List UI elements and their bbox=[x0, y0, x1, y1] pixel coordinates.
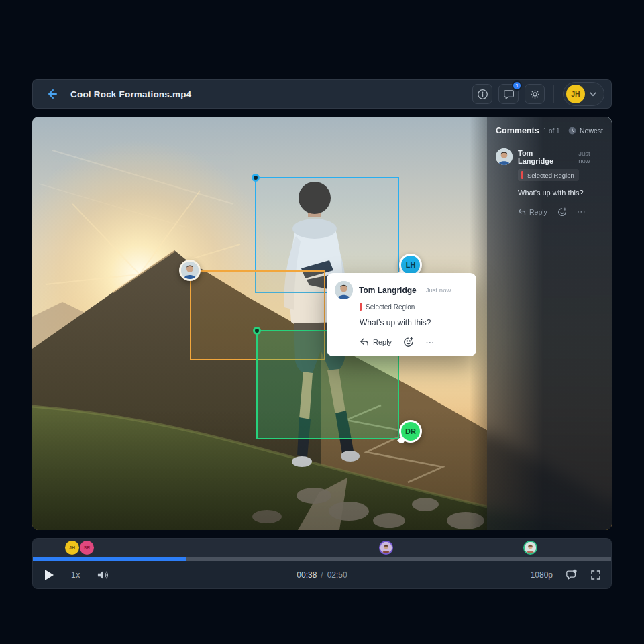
comments-count: 1 of 1 bbox=[543, 127, 560, 135]
play-button[interactable] bbox=[43, 569, 55, 581]
quality-button[interactable]: 1080p bbox=[531, 570, 553, 580]
reply-arrow-icon bbox=[360, 338, 369, 346]
timeline-marker-photo-purple[interactable] bbox=[379, 541, 393, 555]
popup-actions: Reply ⋯ bbox=[360, 337, 468, 347]
comment-timestamp: Just now bbox=[578, 150, 603, 164]
sort-newest-button[interactable]: Newest bbox=[568, 127, 603, 135]
reply-arrow-icon bbox=[518, 208, 526, 215]
settings-button[interactable] bbox=[525, 84, 545, 104]
reply-button[interactable]: Reply bbox=[518, 208, 547, 216]
duration: 02:50 bbox=[327, 570, 347, 580]
gear-icon bbox=[529, 89, 541, 100]
comment-timeline[interactable]: SR JH bbox=[33, 539, 611, 557]
add-reaction-icon bbox=[403, 337, 414, 347]
more-options-button[interactable]: ⋯ bbox=[425, 337, 435, 347]
back-arrow-icon bbox=[46, 87, 59, 101]
play-icon bbox=[45, 570, 54, 580]
sort-label: Newest bbox=[580, 127, 603, 135]
comment-bubble-icon bbox=[503, 89, 515, 100]
avatar-photo bbox=[181, 262, 199, 279]
player-bar: SR JH 1x 00:38 / 02:50 1080p bbox=[32, 538, 612, 589]
player-controls-right: 1080p bbox=[531, 569, 601, 580]
comments-sidebar: Comments 1 of 1 Newest Tom Langridge Jus… bbox=[487, 117, 612, 530]
sort-clock-icon bbox=[568, 127, 576, 135]
popup-tag-label: Selected Region bbox=[366, 303, 415, 311]
selected-region-marker bbox=[521, 171, 523, 179]
comment-pin-author-avatar[interactable] bbox=[179, 260, 201, 281]
add-reaction-button[interactable] bbox=[557, 207, 567, 217]
video-stage[interactable]: LH DR Tom Langridge Just now Selected Re… bbox=[32, 117, 612, 530]
comments-count-badge: 1 bbox=[512, 80, 522, 91]
add-reaction-button[interactable] bbox=[403, 337, 414, 347]
comment-overlay-icon bbox=[566, 569, 578, 580]
popup-author-avatar bbox=[335, 281, 353, 299]
comment-actions: Reply ⋯ bbox=[518, 207, 603, 217]
comment-popup: Tom Langridge Just now Selected Region W… bbox=[327, 273, 476, 356]
annotation-handle[interactable] bbox=[252, 174, 260, 182]
volume-button[interactable] bbox=[97, 570, 109, 580]
speaker-icon bbox=[97, 570, 109, 580]
time-display: 00:38 / 02:50 bbox=[297, 570, 347, 580]
avatar-photo bbox=[380, 542, 392, 553]
timeline-marker-jh[interactable]: JH bbox=[65, 541, 79, 555]
timeline-marker-sr[interactable]: SR bbox=[80, 541, 94, 555]
comment-tag-label: Selected Region bbox=[527, 172, 574, 179]
sidebar-header: Comments 1 of 1 Newest bbox=[496, 126, 603, 136]
comment-author-name: Tom Langridge bbox=[518, 149, 570, 165]
playback-speed-button[interactable]: 1x bbox=[71, 570, 80, 580]
chevron-down-icon bbox=[590, 92, 596, 97]
comment-tag-row: Selected Region bbox=[518, 169, 579, 181]
user-avatar: JH bbox=[566, 85, 585, 103]
popup-author-name: Tom Langridge bbox=[359, 286, 417, 295]
popup-header: Tom Langridge Just now bbox=[335, 281, 468, 299]
popup-tag-row: Selected Region bbox=[360, 303, 468, 311]
topbar-actions: 1 JH bbox=[472, 82, 604, 106]
sidebar-title: Comments bbox=[496, 126, 539, 136]
back-button[interactable] bbox=[44, 85, 61, 103]
popup-timestamp: Just now bbox=[426, 286, 451, 294]
reply-button[interactable]: Reply bbox=[360, 338, 392, 346]
more-options-button[interactable]: ⋯ bbox=[577, 207, 586, 217]
comment-markers-toggle[interactable] bbox=[566, 569, 578, 580]
player-controls: 1x 00:38 / 02:50 1080p bbox=[33, 561, 611, 588]
comments-toggle-button[interactable]: 1 bbox=[498, 84, 519, 104]
comment-author-avatar bbox=[496, 148, 513, 165]
reply-label: Reply bbox=[373, 338, 392, 346]
popup-comment-text: What’s up with this? bbox=[360, 318, 468, 327]
info-button[interactable] bbox=[472, 84, 492, 104]
topbar-divider bbox=[553, 85, 554, 103]
comment-header: Tom Langridge Just now bbox=[496, 148, 603, 165]
annotation-handle[interactable] bbox=[253, 327, 261, 335]
add-reaction-icon bbox=[557, 207, 567, 217]
user-menu-button[interactable]: JH bbox=[563, 82, 604, 106]
video-review-app: Cool Rock Formations.mp4 1 JH bbox=[0, 0, 644, 644]
fullscreen-button[interactable] bbox=[590, 570, 601, 580]
timeline-marker-photo-green[interactable] bbox=[523, 541, 537, 555]
file-title: Cool Rock Formations.mp4 bbox=[70, 89, 191, 99]
info-icon bbox=[477, 89, 488, 100]
comment-pin-dr[interactable]: DR bbox=[399, 420, 422, 443]
comment-list-item[interactable]: Tom Langridge Just now Selected Region W… bbox=[496, 148, 603, 217]
selected-region-marker bbox=[360, 303, 362, 311]
reply-label: Reply bbox=[529, 208, 547, 216]
avatar-photo bbox=[525, 542, 536, 553]
comment-text: What’s up with this? bbox=[518, 189, 603, 197]
time-separator: / bbox=[321, 570, 323, 580]
topbar: Cool Rock Formations.mp4 1 JH bbox=[32, 79, 612, 109]
current-time: 00:38 bbox=[297, 570, 317, 580]
fullscreen-icon bbox=[590, 570, 601, 580]
